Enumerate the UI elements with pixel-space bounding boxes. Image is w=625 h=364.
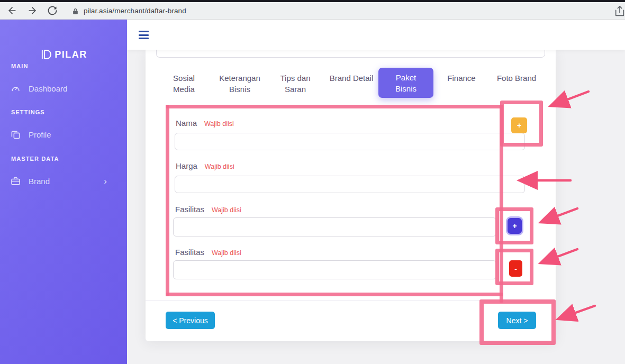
label-text: Fasilitas (175, 205, 204, 214)
gauge-icon (11, 84, 21, 94)
field-label-nama: Nama Wajib diisi (176, 119, 234, 128)
card-footer-divider (146, 300, 556, 301)
sidebar-item-label: Brand (29, 177, 50, 186)
required-hint: Wajib diisi (204, 120, 234, 128)
tab-label: Paket Bisnis (387, 72, 424, 94)
label-text: Fasilitas (175, 248, 204, 257)
sidebar: PILAR MAIN Dashboard SETTINGS Profile MA… (0, 20, 127, 364)
nama-input[interactable] (175, 133, 525, 150)
lock-icon[interactable] (72, 7, 79, 14)
harga-input[interactable] (175, 176, 525, 193)
browser-toolbar: pilar.asia/merchant/daftar-brand (0, 2, 625, 20)
sidebar-item-dashboard[interactable]: Dashboard (11, 84, 122, 94)
field-label-fasilitas-2: Fasilitas Wajib diisi (175, 248, 241, 257)
label-text: Harga (176, 161, 197, 170)
sidebar-section-main: MAIN (11, 63, 29, 69)
annotation-arrow-add-package (554, 92, 588, 105)
sidebar-section-settings: SETTINGS (11, 109, 45, 115)
url-address[interactable]: pilar.asia/merchant/daftar-brand (84, 7, 186, 15)
sidebar-item-brand[interactable]: Brand › (11, 176, 122, 186)
next-button[interactable]: Next > (498, 312, 536, 329)
fasilitas-input-1[interactable] (173, 217, 496, 236)
remove-facility-button[interactable]: - (509, 260, 522, 277)
tab-keterangan-bisnis[interactable]: Keterangan Bisnis (212, 72, 267, 95)
label-text: Nama (176, 119, 197, 128)
add-facility-button[interactable]: + (508, 218, 522, 234)
app-logo-text: PILAR (55, 49, 87, 60)
share-icon[interactable] (614, 6, 625, 17)
required-hint: Wajib diisi (205, 163, 234, 170)
required-hint: Wajib diisi (212, 206, 241, 214)
field-label-harga: Harga Wajib diisi (176, 161, 234, 170)
tab-finance[interactable]: Finance (439, 72, 484, 84)
tab-brand-detail[interactable]: Brand Detail (329, 72, 374, 84)
sidebar-item-label: Profile (29, 130, 51, 139)
required-hint: Wajib diisi (212, 249, 241, 257)
chevron-right-icon: › (104, 178, 107, 185)
tab-sosial-media[interactable]: Sosial Media (161, 72, 206, 95)
annotation-arrow-next-button (561, 306, 595, 318)
partial-input-top[interactable] (156, 50, 545, 58)
back-icon[interactable] (7, 5, 17, 16)
sidebar-item-label: Dashboard (29, 84, 67, 93)
add-package-button[interactable]: + (511, 117, 527, 133)
field-label-fasilitas-1: Fasilitas Wajib diisi (175, 205, 241, 214)
app-logo[interactable]: PILAR (0, 48, 127, 61)
previous-button[interactable]: < Previous (166, 312, 215, 329)
tab-foto-brand[interactable]: Foto Brand (494, 72, 539, 84)
form-card (146, 50, 556, 341)
briefcase-icon (11, 176, 21, 186)
sidebar-section-master-data: MASTER DATA (11, 156, 59, 162)
sidebar-item-profile[interactable]: Profile (11, 130, 122, 140)
copy-icon (11, 130, 21, 140)
pilar-logo-icon (40, 48, 52, 61)
fasilitas-input-2[interactable] (173, 260, 496, 279)
tab-tips-dan-saran[interactable]: Tips dan Saran (273, 72, 318, 95)
forward-icon[interactable] (27, 5, 38, 16)
tab-paket-bisnis[interactable]: Paket Bisnis (378, 68, 433, 98)
hamburger-menu-icon[interactable] (139, 31, 149, 41)
app-header (127, 20, 625, 50)
reload-icon[interactable] (47, 5, 58, 16)
